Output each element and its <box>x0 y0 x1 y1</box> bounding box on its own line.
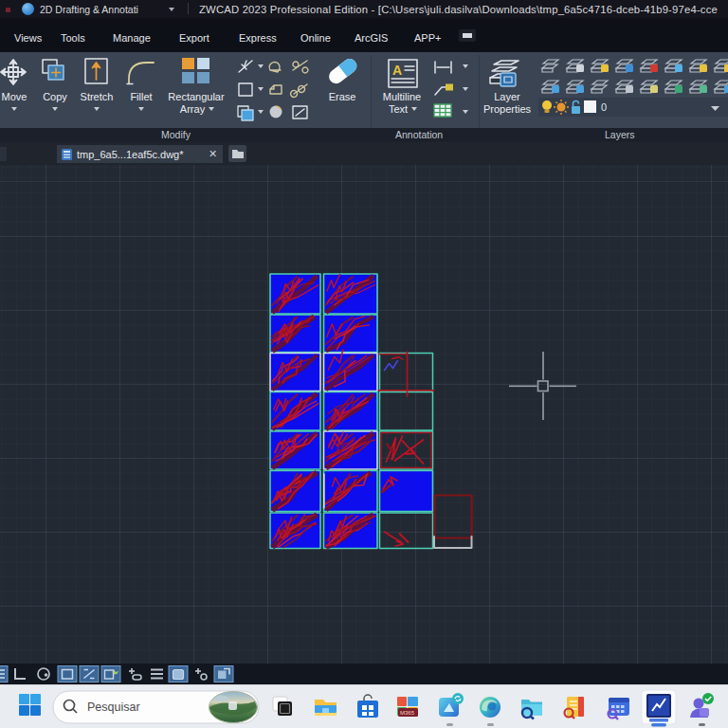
svg-text:Pesquisar: Pesquisar <box>87 701 140 714</box>
svg-text:M365: M365 <box>400 710 415 716</box>
svg-text:A: A <box>392 63 402 78</box>
svg-text:0: 0 <box>601 101 607 113</box>
